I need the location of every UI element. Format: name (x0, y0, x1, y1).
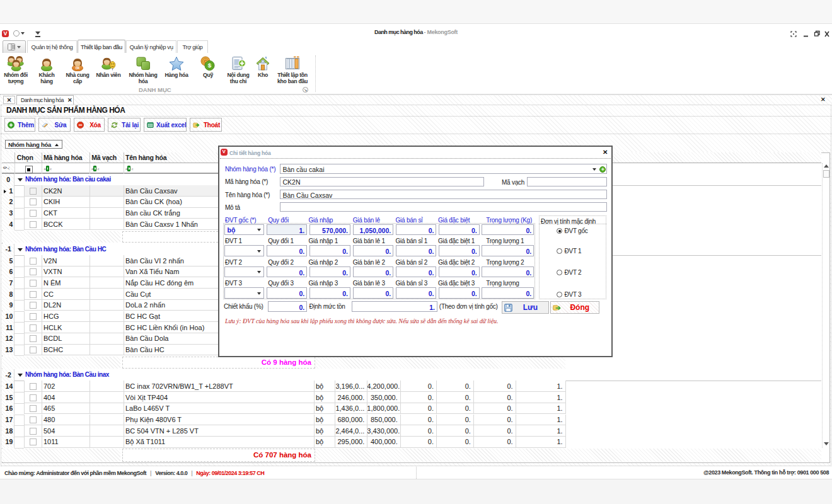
svg-text:$: $ (208, 62, 211, 69)
svg-text:OK: OK (76, 67, 81, 70)
